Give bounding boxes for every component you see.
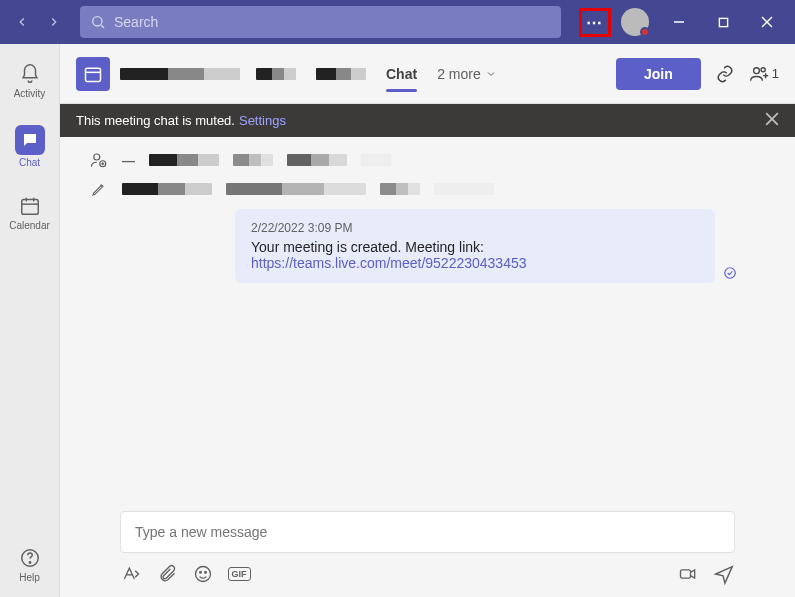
maximize-button[interactable] [703,2,743,42]
banner-close-button[interactable] [765,112,779,129]
rail-help-label: Help [19,572,40,583]
composer-toolbar: GIF [120,563,735,585]
send-icon [713,563,735,585]
svg-point-11 [29,562,30,563]
people-icon [749,64,769,84]
chat-tabs: Chat 2 more [256,48,497,100]
redacted-tab-1[interactable] [256,68,296,80]
app-rail: Activity Chat Calendar Help [0,44,60,597]
send-button[interactable] [713,563,735,585]
svg-rect-12 [86,68,101,81]
chat-body: — 2/22/2022 3:09 PM Your meeting is crea… [60,137,795,501]
participant-count: 1 [772,66,779,81]
person-add-icon [90,151,108,169]
svg-point-15 [761,67,765,71]
redacted-tab-2[interactable] [316,68,366,80]
chat-header: Chat 2 more Join 1 [60,44,795,104]
bell-icon [18,62,42,86]
pencil-icon [90,181,108,197]
calendar-icon [18,194,42,218]
sent-status-icon [723,266,737,283]
system-added-row: — [90,151,765,169]
more-tabs-label: 2 more [437,66,481,82]
rail-activity-label: Activity [14,88,46,99]
meeting-link[interactable]: https://teams.live.com/meet/952223043345… [251,255,527,271]
system-edit-row [90,181,765,197]
user-avatar[interactable] [621,8,649,36]
format-icon [121,564,141,584]
search-icon [90,14,106,30]
search-box[interactable] [80,6,561,38]
mute-banner-text: This meeting chat is muted. [76,113,235,128]
message-timestamp: 2/22/2022 3:09 PM [251,221,699,235]
main-content: Chat 2 more Join 1 This meeting chat is … [60,44,795,597]
rail-activity[interactable]: Activity [0,58,59,103]
help-icon [18,546,42,570]
redacted-title [120,68,240,80]
minimize-button[interactable] [659,2,699,42]
rail-calendar[interactable]: Calendar [0,190,59,235]
svg-point-24 [725,268,736,279]
svg-rect-29 [681,570,691,578]
rail-chat[interactable]: Chat [0,121,59,172]
back-button[interactable] [8,8,36,36]
message-body: Your meeting is created. Meeting link: [251,239,699,255]
svg-point-0 [93,17,102,26]
composer: GIF [60,501,795,597]
attach-button[interactable] [156,563,178,585]
emoji-button[interactable] [192,563,214,585]
video-icon [678,564,698,584]
meeting-icon [76,57,110,91]
svg-rect-3 [719,18,727,26]
svg-point-14 [753,67,759,73]
more-tabs-button[interactable]: 2 more [437,66,497,82]
rail-help[interactable]: Help [0,542,59,587]
message-bubble: 2/22/2022 3:09 PM Your meeting is create… [235,209,715,283]
copy-link-button[interactable] [711,60,739,88]
tab-chat[interactable]: Chat [386,48,417,100]
svg-point-27 [200,572,202,574]
search-input[interactable] [114,14,551,30]
paperclip-icon [157,564,177,584]
svg-point-20 [94,154,100,160]
rail-calendar-label: Calendar [9,220,50,231]
format-button[interactable] [120,563,142,585]
chevron-down-icon [485,68,497,80]
more-options-highlight: ⋯ [579,8,611,37]
more-options-button[interactable]: ⋯ [586,13,604,32]
participants-button[interactable]: 1 [749,64,779,84]
svg-rect-6 [21,200,38,215]
close-button[interactable] [747,2,787,42]
mute-settings-link[interactable]: Settings [239,113,286,128]
link-icon [715,64,735,84]
title-bar: ⋯ [0,0,795,44]
message-input[interactable] [120,511,735,553]
svg-line-1 [101,25,104,28]
svg-point-28 [205,572,207,574]
chat-icon [15,125,45,155]
emoji-icon [193,564,213,584]
rail-chat-label: Chat [19,157,40,168]
gif-button[interactable]: GIF [228,563,250,585]
meet-now-button[interactable] [677,563,699,585]
join-button[interactable]: Join [616,58,701,90]
close-icon [765,112,779,126]
presence-busy-icon [640,27,650,37]
mute-banner: This meeting chat is muted. Settings [60,104,795,137]
gif-icon: GIF [228,567,251,581]
forward-button[interactable] [40,8,68,36]
svg-point-26 [196,567,211,582]
